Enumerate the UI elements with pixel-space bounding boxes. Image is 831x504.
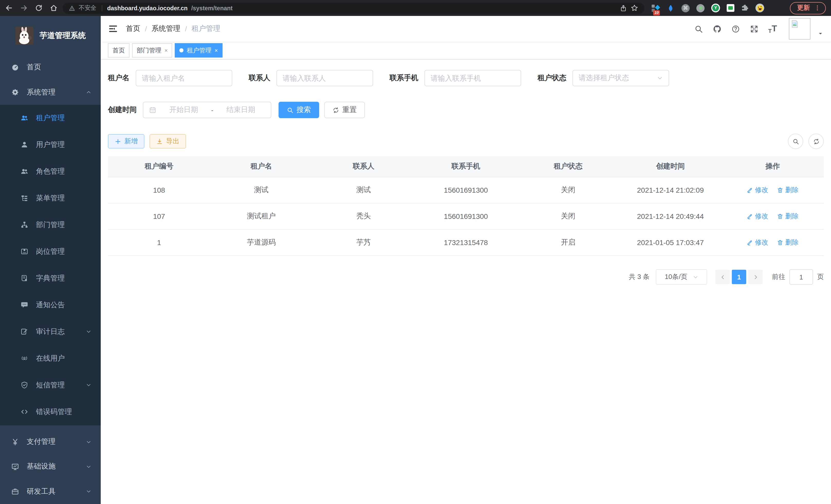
logo-image xyxy=(16,26,33,45)
back-icon[interactable] xyxy=(5,4,13,12)
tree-list-icon xyxy=(20,195,28,202)
extension-chat-icon[interactable] xyxy=(727,4,735,12)
shield-icon xyxy=(20,382,28,389)
delete-link[interactable]: 删除 xyxy=(777,238,799,247)
chevron-left-icon xyxy=(720,274,725,280)
reload-icon[interactable] xyxy=(35,4,42,12)
edit-link[interactable]: 修改 xyxy=(747,185,768,195)
extension-boxes-icon[interactable]: 10 xyxy=(652,4,660,12)
navbar-actions: TT xyxy=(694,18,823,39)
chevron-down-icon xyxy=(86,329,91,335)
phone-input[interactable] xyxy=(425,70,521,86)
extension-command-icon[interactable]: ⌘ xyxy=(682,4,690,12)
tab-home[interactable]: 首页 xyxy=(108,43,130,58)
url-path: /system/tenant xyxy=(191,5,233,11)
export-button[interactable]: 导出 xyxy=(149,134,186,148)
extensions-puzzle-icon[interactable] xyxy=(741,4,749,12)
sidebar-item-audit-log[interactable]: 审计日志 xyxy=(0,319,101,345)
sidebar-item-role[interactable]: 角色管理 xyxy=(0,158,101,185)
search-icon xyxy=(287,107,293,113)
tenant-name-input[interactable] xyxy=(136,70,232,86)
page-1-button[interactable]: 1 xyxy=(732,270,746,284)
sidebar-logo[interactable]: 芋道管理系统 xyxy=(0,16,101,55)
close-icon[interactable]: × xyxy=(165,47,168,53)
browser-nav-buttons xyxy=(5,4,58,12)
sidebar-item-menu[interactable]: 菜单管理 xyxy=(0,185,101,212)
top-navbar: 首页 / 系统管理 / 租户管理 TT xyxy=(101,16,831,41)
edit-pencil-icon xyxy=(747,187,753,193)
prev-page-button[interactable] xyxy=(715,270,730,284)
sidebar-item-post[interactable]: 岗位管理 xyxy=(0,238,101,265)
add-button[interactable]: 新增 xyxy=(108,134,144,148)
edit-link[interactable]: 修改 xyxy=(747,238,768,247)
edit-link[interactable]: 修改 xyxy=(747,212,768,221)
breadcrumb-current: 租户管理 xyxy=(192,24,221,33)
delete-link[interactable]: 删除 xyxy=(777,185,799,195)
users-icon xyxy=(20,168,28,175)
sidebar-item-tenant[interactable]: 租户管理 xyxy=(0,105,101,131)
sidebar-item-system[interactable]: 系统管理 xyxy=(0,80,101,105)
sidebar-item-infra[interactable]: 基础设施 xyxy=(0,454,101,479)
avatar[interactable] xyxy=(789,18,810,39)
user-menu-caret-icon[interactable] xyxy=(818,31,823,36)
pagination: 共 3 条 10条/页 1 前往 页 xyxy=(108,269,824,285)
page-size-select[interactable]: 10条/页 xyxy=(656,269,707,285)
sidebar-item-pay[interactable]: 支付管理 xyxy=(0,429,101,454)
date-range-picker[interactable]: 开始日期 - 结束日期 xyxy=(143,102,271,118)
tenant-name-label: 租户名 xyxy=(108,73,130,83)
next-page-button[interactable] xyxy=(748,270,763,284)
page-content: 租户名 联系人 联系手机 xyxy=(101,60,831,504)
search-button[interactable]: 搜索 xyxy=(279,102,319,118)
refresh-table-button[interactable] xyxy=(808,134,824,149)
browser-update-button[interactable]: 更新 xyxy=(790,2,826,14)
browser-menu-icon[interactable] xyxy=(814,5,821,11)
status-select[interactable]: 请选择租户状态 xyxy=(573,70,669,86)
share-icon[interactable] xyxy=(620,4,627,11)
sidebar-item-user[interactable]: 用户管理 xyxy=(0,131,101,158)
sidebar-item-online-user[interactable]: 在线用户 xyxy=(0,345,101,372)
refresh-icon xyxy=(813,138,820,145)
extension-kite-icon[interactable] xyxy=(666,4,675,12)
delete-link[interactable]: 删除 xyxy=(777,212,799,221)
home-icon[interactable] xyxy=(50,4,58,12)
extension-emoji-icon[interactable] xyxy=(755,4,764,12)
github-icon[interactable] xyxy=(713,24,721,33)
help-icon[interactable] xyxy=(731,24,740,33)
fullscreen-icon[interactable] xyxy=(750,24,758,33)
sidebar-item-home[interactable]: 首页 xyxy=(0,55,101,80)
search-icon[interactable] xyxy=(694,24,703,33)
toggle-search-button[interactable] xyxy=(788,134,803,149)
reset-button[interactable]: 重置 xyxy=(324,102,365,118)
address-bar[interactable]: 不安全 dashboard.yudao.iocoder.cn/system/te… xyxy=(63,2,644,13)
chevron-down-icon xyxy=(86,383,91,388)
sidebar-item-notice[interactable]: 通知公告 xyxy=(0,292,101,319)
sidebar-item-dept[interactable]: 部门管理 xyxy=(0,212,101,238)
system-submenu: 租户管理 用户管理 角色管理 菜单管理 部门管理 xyxy=(0,105,101,425)
tab-dept[interactable]: 部门管理 × xyxy=(132,43,172,58)
forward-icon[interactable] xyxy=(20,4,28,12)
sidebar-item-dict[interactable]: 字典管理 xyxy=(0,265,101,292)
extension-dot-icon[interactable] xyxy=(696,4,705,12)
users-icon xyxy=(20,114,28,122)
font-size-icon[interactable]: TT xyxy=(768,24,777,34)
chevron-down-icon xyxy=(86,439,91,445)
tab-tenant[interactable]: 租户管理 × xyxy=(175,43,223,58)
bookmark-star-icon[interactable] xyxy=(631,4,638,12)
trash-icon xyxy=(777,239,783,245)
sidebar-item-sms[interactable]: 短信管理 xyxy=(0,372,101,399)
jump-page-input[interactable] xyxy=(790,269,813,285)
extension-y-icon[interactable]: Y xyxy=(711,4,720,12)
chevron-down-icon xyxy=(692,274,698,280)
sidebar-item-error-code[interactable]: 错误码管理 xyxy=(0,399,101,425)
sidebar: 芋道管理系统 首页 系统管理 租户管理 用户管理 xyxy=(0,16,101,504)
sidebar-fold-icon[interactable] xyxy=(109,24,118,33)
breadcrumb-system[interactable]: 系统管理 xyxy=(152,24,180,33)
breadcrumb-home[interactable]: 首页 xyxy=(126,24,140,33)
status-text: 关闭 xyxy=(517,203,619,229)
sidebar-item-devtool[interactable]: 研发工具 xyxy=(0,479,101,504)
phone-label: 联系手机 xyxy=(390,73,418,83)
monitor-icon xyxy=(11,463,19,471)
contact-input[interactable] xyxy=(277,70,373,86)
close-icon[interactable]: × xyxy=(214,47,218,53)
security-warning-icon[interactable] xyxy=(69,5,75,11)
